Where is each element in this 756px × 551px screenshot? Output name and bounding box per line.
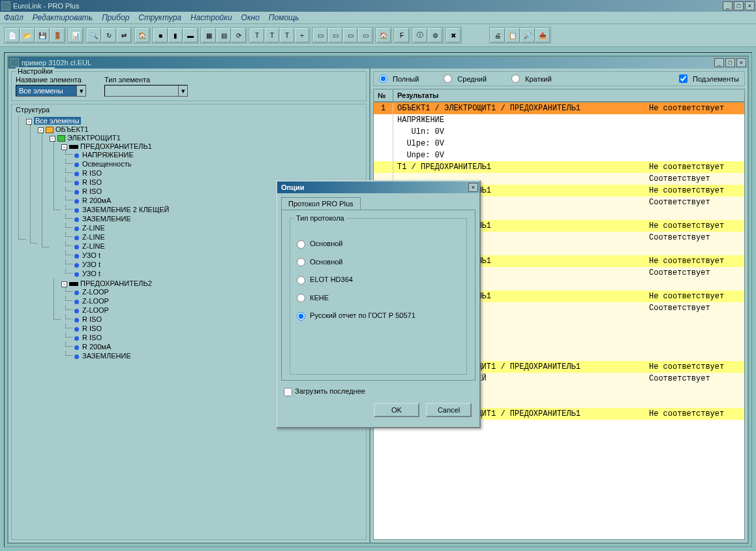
bullet-icon	[74, 199, 79, 204]
bullet-icon	[74, 208, 79, 213]
fuse-icon	[69, 145, 78, 149]
menu-settings[interactable]: Настройки	[190, 13, 232, 22]
bullet-icon	[74, 227, 79, 231]
pause-icon[interactable]: ▮	[168, 28, 183, 42]
grid-icon[interactable]: ▦	[202, 28, 216, 42]
tree-fuse1[interactable]: ПРЕДОХРАНИТЕЛЬ1	[80, 142, 152, 150]
protocol-option[interactable]: Русский отчет по ГОСТ Р 50571	[297, 311, 460, 321]
child-close-button[interactable]: ×	[736, 58, 746, 67]
bullet-icon	[74, 300, 79, 304]
chevron-down-icon[interactable]: ▾	[76, 86, 85, 96]
panel-icon	[57, 135, 65, 142]
maximize-button[interactable]: □	[734, 1, 744, 10]
child-maximize-button[interactable]: □	[725, 58, 735, 67]
filter-full[interactable]: Полный	[379, 74, 419, 83]
result-header[interactable]: 1ОБЪЕКТ1 / ЭЛЕКТРОЩИТ1 / ПРЕДОХРАНИТЕЛЬ1…	[374, 102, 744, 114]
rec-icon[interactable]: ▬	[183, 28, 198, 42]
bullet-icon	[74, 245, 79, 249]
expand-icon[interactable]: -	[38, 127, 44, 133]
tree-item[interactable]: Освещенность	[73, 159, 363, 168]
chart-icon[interactable]: 📊	[68, 28, 83, 42]
menu-window[interactable]: Окно	[241, 13, 260, 22]
filter-sub[interactable]: Подэлементы	[679, 74, 739, 83]
fuse-icon	[69, 282, 78, 286]
b3-icon[interactable]: ▭	[343, 28, 357, 42]
protocol-option[interactable]: ELOT HD364	[297, 276, 460, 285]
t2-icon[interactable]: T	[265, 28, 279, 42]
b4-icon[interactable]: ▭	[358, 28, 372, 42]
zoom-icon[interactable]: 🔍	[87, 28, 101, 42]
t4-icon[interactable]: ÷	[295, 28, 309, 42]
results-header: № Результаты	[373, 89, 745, 102]
chevron-down-icon[interactable]: ▾	[178, 86, 187, 96]
ok-button[interactable]: OK	[374, 403, 419, 417]
t3-icon[interactable]: T	[280, 28, 294, 42]
tree-item[interactable]: R ISO	[73, 168, 363, 178]
close-button[interactable]: ×	[745, 1, 755, 10]
menu-edit[interactable]: Редактировать	[33, 13, 93, 22]
child-minimize-button[interactable]: _	[714, 58, 724, 67]
load-last-checkbox[interactable]	[284, 388, 292, 396]
protocol-option[interactable]: КЕНЕ	[297, 294, 460, 303]
new-icon[interactable]: 📄	[5, 28, 20, 42]
export-icon[interactable]: 📤	[536, 28, 550, 42]
f-icon[interactable]: F	[395, 28, 409, 42]
result-header[interactable]: Т1 / ПРЕДОХРАНИТЕЛЬ1Не соответствует	[374, 161, 744, 173]
sync-icon[interactable]: ⟳	[232, 28, 246, 42]
tree-item[interactable]: НАПРЯЖЕНИЕ	[73, 150, 363, 159]
bullet-icon	[74, 254, 79, 259]
expand-icon[interactable]: -	[26, 119, 32, 125]
home2-icon[interactable]: 🏠	[376, 28, 391, 42]
app-icon	[1, 1, 10, 10]
expand-icon[interactable]: -	[50, 136, 55, 142]
child-title: пример 3102h cl.EUL	[22, 59, 91, 67]
preview-icon[interactable]: 🔎	[521, 28, 535, 42]
tree-object[interactable]: ОБЪЕКТ1	[55, 125, 89, 133]
protocol-option[interactable]: Основной	[297, 258, 460, 267]
bullet-icon	[74, 327, 79, 332]
cancel-button[interactable]: Cancel	[426, 403, 472, 417]
bullet-icon	[74, 291, 79, 295]
type-combo[interactable]: ▾	[104, 85, 188, 97]
tree-root[interactable]: Все элемены	[34, 117, 81, 125]
save-icon[interactable]: 💾	[35, 28, 50, 42]
tree-fuse2[interactable]: ПРЕДОХРАНИТЕЛЬ2	[80, 279, 152, 287]
app-title: EuroLink - PRO Plus	[13, 2, 79, 10]
minimize-button[interactable]: _	[723, 1, 733, 10]
menu-structure[interactable]: Структура	[138, 13, 181, 22]
expand-icon[interactable]: -	[61, 281, 67, 287]
dialog-close-button[interactable]: ×	[468, 183, 478, 192]
x-icon[interactable]: ✖	[446, 28, 461, 42]
settings-legend: Настройки	[16, 67, 55, 75]
result-line: НАПРЯЖЕНИЕ	[374, 114, 744, 126]
load-last-row[interactable]: Загрузить последнее	[277, 385, 479, 399]
stop-icon[interactable]: ■	[153, 28, 168, 42]
menu-help[interactable]: Помощь	[269, 13, 299, 22]
menu-device[interactable]: Прибор	[102, 13, 129, 22]
t1-icon[interactable]: T	[250, 28, 264, 42]
expand-icon[interactable]: -	[61, 144, 67, 150]
home-icon[interactable]: 🏠	[135, 28, 149, 42]
clip-icon[interactable]: 📋	[506, 28, 520, 42]
table-icon[interactable]: ▤	[217, 28, 231, 42]
dialog-tab[interactable]: Протокол PRO Plus	[281, 197, 361, 210]
filter-short[interactable]: Краткий	[511, 74, 552, 83]
b1-icon[interactable]: ▭	[313, 28, 327, 42]
b2-icon[interactable]: ▭	[328, 28, 342, 42]
open-icon[interactable]: 📂	[20, 28, 35, 42]
result-line: Uln: 0V	[374, 126, 744, 138]
protocol-option[interactable]: Основной	[297, 240, 460, 249]
menu-file[interactable]: Файл	[4, 13, 23, 22]
name-combo[interactable]: Все элемены ▾	[16, 85, 86, 97]
bullet-icon	[74, 272, 79, 277]
bullet-icon	[74, 172, 79, 176]
print-icon[interactable]: 🖨	[491, 28, 505, 42]
info-icon[interactable]: ⓘ	[413, 28, 427, 42]
filter-medium[interactable]: Средний	[444, 74, 487, 83]
tree-panel[interactable]: ЭЛЕКТРОЩИТ1	[67, 134, 121, 142]
refresh-icon[interactable]: ↻	[102, 28, 116, 42]
swap-icon[interactable]: ⇄	[117, 28, 131, 42]
bullet-icon	[74, 336, 79, 341]
exit-icon[interactable]: 🚪	[50, 28, 65, 42]
cfg-icon[interactable]: ⚙	[428, 28, 442, 42]
